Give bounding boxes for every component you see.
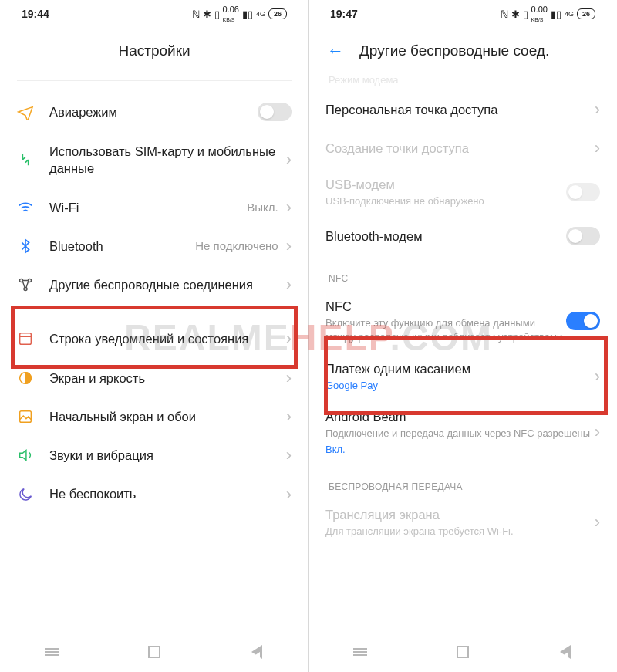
status-icons: ℕ ✱ ▯ 0.06KB/S ▮▯ 4G 26: [192, 5, 287, 23]
chevron-right-icon: ›: [286, 238, 292, 255]
row-subtitle: Для трансляции экрана требуется Wi-Fi.: [325, 525, 595, 539]
row-subtitle: Включите эту функцию для обмена данными …: [325, 316, 566, 344]
nav-recent[interactable]: [43, 643, 60, 660]
row-status: Вкл.: [325, 443, 595, 457]
row-label: Звуки и вибрация: [49, 447, 286, 464]
cut-row-label: Режим модема: [308, 74, 617, 90]
row-other-wireless[interactable]: Другие беспроводные соединения ›: [0, 265, 308, 304]
signal-icon: ▮▯: [242, 8, 253, 20]
bt-modem-toggle[interactable]: [566, 227, 600, 245]
row-label: Строка уведомлений и состояния: [49, 330, 286, 347]
vibrate-icon: ▯: [523, 8, 528, 20]
chevron-right-icon: ›: [286, 408, 292, 425]
nav-home[interactable]: [454, 643, 471, 660]
section-cast: БЕСПРОВОДНАЯ ПЕРЕДАЧА: [308, 464, 617, 498]
row-label: Персональная точка доступа: [325, 101, 595, 118]
row-tap-pay[interactable]: Платеж одним касанием Google Pay ›: [308, 353, 617, 400]
header: ← Другие беспроводные соед.: [308, 28, 617, 74]
row-dnd[interactable]: Не беспокоить ›: [0, 474, 308, 513]
row-label: Другие беспроводные соединения: [49, 276, 286, 293]
vibrate-icon: ▯: [214, 8, 220, 20]
row-label: Начальный экран и обои: [49, 408, 286, 425]
row-label: NFC: [325, 298, 566, 315]
row-label: Платеж одним касанием: [325, 360, 595, 377]
row-label: Android Beam: [325, 408, 595, 425]
bluetooth-status-icon: ✱: [203, 8, 211, 20]
row-usb-modem: USB-модем USB-подключения не обнаружено: [308, 168, 617, 216]
row-bt-modem[interactable]: Bluetooth-модем: [308, 216, 617, 256]
nfc-status-icon: ℕ: [501, 8, 508, 20]
row-label: USB-модем: [325, 176, 566, 193]
row-display[interactable]: Экран и яркость ›: [0, 359, 308, 397]
row-cast: Трансляция экрана Для трансляции экрана …: [308, 498, 617, 546]
page-title: Настройки: [118, 42, 190, 59]
row-home-wallpaper[interactable]: Начальный экран и обои ›: [0, 397, 308, 436]
row-value: Выкл.: [247, 201, 278, 214]
row-bluetooth[interactable]: Bluetooth Не подключено ›: [0, 227, 308, 265]
chevron-right-icon: ›: [595, 101, 600, 118]
sound-icon: [17, 447, 49, 464]
row-label: Создание точки доступа: [325, 140, 595, 157]
row-nfc[interactable]: NFC Включите эту функцию для обмена данн…: [308, 290, 617, 353]
chevron-right-icon: ›: [595, 514, 600, 531]
screen-divider: [308, 0, 309, 672]
net-speed: 0.06KB/S: [223, 5, 239, 23]
divider: [17, 80, 292, 81]
net-speed: 0.00KB/S: [531, 5, 548, 23]
bluetooth-status-icon: ✱: [511, 8, 520, 20]
screen-other-wireless: 19:47 ℕ ✱ ▯ 0.00KB/S ▮▯ 4G 26 ← Другие б…: [308, 0, 617, 672]
row-android-beam[interactable]: Android Beam Подключение и передача данн…: [308, 400, 617, 464]
row-label: Трансляция экрана: [325, 506, 595, 523]
chevron-right-icon: ›: [286, 151, 292, 168]
airplane-toggle[interactable]: [258, 103, 292, 121]
bluetooth-icon: [17, 238, 49, 255]
row-subtitle: Google Pay: [325, 379, 595, 393]
notification-icon: [17, 330, 49, 347]
airplane-icon: [17, 103, 49, 120]
nav-bar: [0, 632, 308, 672]
row-label: Не беспокоить: [49, 485, 286, 502]
status-time: 19:44: [22, 8, 49, 20]
row-subtitle: USB-подключения не обнаружено: [325, 194, 566, 208]
back-button[interactable]: ←: [327, 41, 344, 61]
section-nfc: NFC: [308, 256, 617, 290]
nav-back[interactable]: [557, 643, 574, 660]
chevron-right-icon: ›: [595, 368, 600, 385]
chevron-right-icon: ›: [286, 199, 292, 216]
wallpaper-icon: [17, 408, 49, 425]
row-hotspot-create: Создание точки доступа ›: [308, 129, 617, 167]
svg-rect-3: [20, 333, 32, 345]
chevron-right-icon: ›: [286, 486, 292, 503]
chevron-right-icon: ›: [286, 330, 292, 347]
sim-icon: [17, 151, 49, 168]
row-sim[interactable]: Использовать SIM-карту и мобильные данны…: [0, 132, 308, 188]
row-label: Wi-Fi: [49, 199, 247, 216]
nav-home[interactable]: [146, 643, 163, 660]
status-time: 19:47: [330, 8, 358, 20]
lte-icon: 4G: [565, 10, 574, 18]
connections-icon: [17, 276, 49, 293]
brightness-icon: [17, 370, 49, 387]
row-label: Bluetooth: [49, 238, 195, 255]
chevron-right-icon: ›: [286, 370, 292, 387]
chevron-right-icon: ›: [595, 140, 600, 157]
nav-recent[interactable]: [352, 643, 369, 660]
row-notification-bar[interactable]: Строка уведомлений и состояния ›: [0, 319, 308, 358]
row-wifi[interactable]: Wi-Fi Выкл. ›: [0, 188, 308, 227]
row-hotspot[interactable]: Персональная точка доступа ›: [308, 90, 617, 129]
svg-point-2: [24, 288, 27, 291]
status-icons: ℕ ✱ ▯ 0.00KB/S ▮▯ 4G 26: [501, 5, 595, 23]
status-bar: 19:47 ℕ ✱ ▯ 0.00KB/S ▮▯ 4G 26: [308, 0, 617, 28]
row-value: Не подключено: [195, 239, 278, 252]
battery-icon: 26: [268, 8, 287, 19]
row-label: Использовать SIM-карту и мобильные данны…: [49, 143, 286, 177]
usb-modem-toggle: [566, 183, 600, 201]
nfc-toggle[interactable]: [566, 312, 600, 330]
settings-list: Авиарежим Использовать SIM-карту и мобил…: [0, 80, 308, 514]
nav-back[interactable]: [248, 643, 265, 660]
moon-icon: [17, 486, 49, 503]
screen-settings: 19:44 ℕ ✱ ▯ 0.06KB/S ▮▯ 4G 26 Настройки …: [0, 0, 308, 672]
nav-bar: [308, 632, 617, 672]
row-sound[interactable]: Звуки и вибрация ›: [0, 436, 308, 474]
row-airplane[interactable]: Авиарежим: [0, 92, 308, 132]
